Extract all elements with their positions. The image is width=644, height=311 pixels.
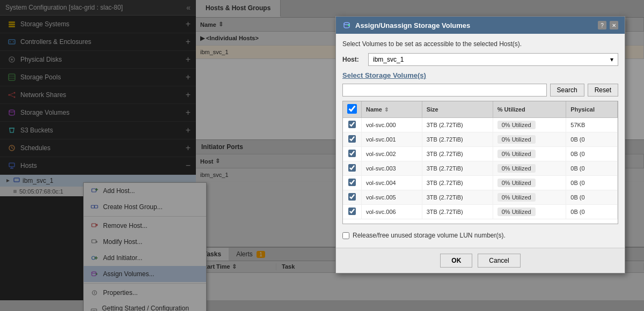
select-all-checkbox[interactable] — [347, 104, 357, 114]
row-checkbox-4[interactable] — [348, 179, 356, 186]
volume-row[interactable]: vol-svc.003 3TB (2.72TiB) 0% Utilized 0B… — [343, 161, 618, 176]
row-checkbox-0[interactable] — [348, 121, 356, 128]
vol-size-cell: 3TB (2.72TiB) — [422, 132, 493, 147]
cancel-button[interactable]: Cancel — [478, 254, 520, 268]
vol-utilized-cell: 0% Utilized — [493, 176, 566, 190]
vol-size-cell: 3TB (2.72TiB) — [422, 161, 493, 176]
vol-name-cell: vol-svc.001 — [362, 132, 422, 147]
col-header-vol-size: Size — [422, 101, 493, 118]
release-checkbox[interactable] — [342, 232, 349, 239]
modal-header: Assign/Unassign Storage Volumes ? ✕ — [336, 17, 625, 34]
vol-name-cell: vol-svc.000 — [362, 118, 422, 132]
release-row: Release/free unused storage volume LUN n… — [342, 229, 618, 241]
volume-table-header-row: Name ⇕ Size % Utilized Physical — [343, 101, 618, 118]
modal-close-btn[interactable]: ✕ — [610, 21, 618, 29]
search-row: Search Reset — [342, 84, 618, 97]
volume-table-container: Name ⇕ Size % Utilized Physical vol-svc.… — [342, 101, 618, 224]
vol-physical-cell: 0B (0 — [566, 190, 618, 205]
modal-title-icon — [342, 21, 351, 29]
modal-title-container: Assign/Unassign Storage Volumes — [342, 21, 470, 29]
volume-table: Name ⇕ Size % Utilized Physical vol-svc.… — [343, 101, 618, 219]
vol-physical-cell: 57KB — [566, 118, 618, 132]
vol-name-cell: vol-svc.005 — [362, 190, 422, 205]
vol-utilized-cell: 0% Utilized — [493, 147, 566, 161]
vol-utilized-cell: 0% Utilized — [493, 132, 566, 147]
modal-description: Select Volumes to be set as accessible t… — [342, 40, 618, 48]
release-label: Release/free unused storage volume LUN n… — [353, 232, 506, 239]
volume-row[interactable]: vol-svc.000 3TB (2.72TiB) 0% Utilized 57… — [343, 118, 618, 132]
host-select[interactable]: ibm_svc_1 ▾ — [368, 53, 618, 66]
vol-size-cell: 3TB (2.72TiB) — [422, 190, 493, 205]
search-button[interactable]: Search — [550, 84, 584, 97]
vol-size-cell: 3TB (2.72TiB) — [422, 118, 493, 132]
select-volumes-label: Select Storage Volume(s) — [342, 71, 618, 79]
row-checkbox-6[interactable] — [348, 208, 356, 215]
vol-utilized-cell: 0% Utilized — [493, 190, 566, 205]
volume-row[interactable]: vol-svc.004 3TB (2.72TiB) 0% Utilized 0B… — [343, 176, 618, 190]
modal-help-btn[interactable]: ? — [598, 21, 606, 29]
row-checkbox-1[interactable] — [348, 135, 356, 143]
vol-name-cell: vol-svc.002 — [362, 147, 422, 161]
vol-physical-cell: 0B (0 — [566, 147, 618, 161]
row-checkbox-2[interactable] — [348, 150, 356, 157]
vol-utilized-cell: 0% Utilized — [493, 205, 566, 219]
row-checkbox-5[interactable] — [348, 193, 356, 201]
vol-name-cell: vol-svc.006 — [362, 205, 422, 219]
vol-name-cell: vol-svc.003 — [362, 161, 422, 176]
vol-name-cell: vol-svc.004 — [362, 176, 422, 190]
svg-point-47 — [344, 23, 349, 25]
vol-physical-cell: 0B (0 — [566, 161, 618, 176]
ok-button[interactable]: OK — [440, 254, 472, 268]
modal-footer: OK Cancel — [336, 248, 625, 273]
vol-size-cell: 3TB (2.72TiB) — [422, 147, 493, 161]
host-select-value: ibm_svc_1 — [373, 56, 404, 63]
vol-size-cell: 3TB (2.72TiB) — [422, 176, 493, 190]
row-checkbox-3[interactable] — [348, 164, 356, 172]
modal-controls: ? ✕ — [598, 21, 618, 29]
host-field-row: Host: ibm_svc_1 ▾ — [342, 53, 618, 66]
vol-utilized-cell: 0% Utilized — [493, 161, 566, 176]
volume-row[interactable]: vol-svc.005 3TB (2.72TiB) 0% Utilized 0B… — [343, 190, 618, 205]
col-header-vol-name: Name ⇕ — [362, 101, 422, 118]
vol-physical-cell: 0B (0 — [566, 205, 618, 219]
vol-physical-cell: 0B (0 — [566, 176, 618, 190]
modal-title-text: Assign/Unassign Storage Volumes — [355, 21, 470, 29]
host-select-chevron: ▾ — [610, 56, 613, 63]
vol-name-sort-icon[interactable]: ⇕ — [384, 107, 389, 113]
col-header-checkbox — [343, 101, 362, 118]
col-header-vol-physical: Physical — [566, 101, 618, 118]
volume-row[interactable]: vol-svc.002 3TB (2.72TiB) 0% Utilized 0B… — [343, 147, 618, 161]
volume-row[interactable]: vol-svc.001 3TB (2.72TiB) 0% Utilized 0B… — [343, 132, 618, 147]
reset-button[interactable]: Reset — [588, 84, 618, 97]
volume-row[interactable]: vol-svc.006 3TB (2.72TiB) 0% Utilized 0B… — [343, 205, 618, 219]
assign-unassign-modal: Assign/Unassign Storage Volumes ? ✕ Sele… — [335, 16, 625, 273]
vol-size-cell: 3TB (2.72TiB) — [422, 205, 493, 219]
col-header-vol-utilized: % Utilized — [493, 101, 566, 118]
modal-body: Select Volumes to be set as accessible t… — [336, 34, 625, 248]
volume-search-input[interactable] — [342, 84, 547, 97]
host-field-label: Host: — [342, 56, 364, 63]
vol-utilized-cell: 0% Utilized — [493, 118, 566, 132]
vol-physical-cell: 0B (0 — [566, 132, 618, 147]
